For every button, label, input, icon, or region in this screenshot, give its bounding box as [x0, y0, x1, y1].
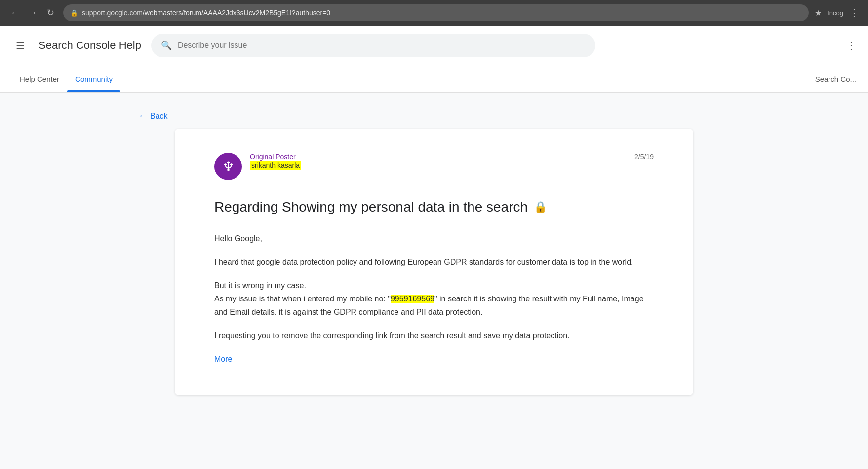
- incognito-label: Incog: [828, 9, 843, 17]
- back-button[interactable]: ←: [8, 6, 22, 20]
- browser-nav-buttons: ← → ↻: [8, 6, 57, 20]
- post-header: ♆ Original Poster srikanth kasarla 2/5/1…: [214, 153, 654, 180]
- app-title: Search Console Help: [39, 39, 141, 52]
- app-header: ☰ Search Console Help 🔍 ⋮: [0, 26, 868, 65]
- tab-community[interactable]: Community: [67, 66, 120, 92]
- post-body-3: I requesting you to remove the correspon…: [214, 329, 654, 342]
- post-title: Regarding Showing my personal data in th…: [214, 198, 654, 216]
- tab-search-console[interactable]: Search Co...: [815, 75, 856, 83]
- post-body-1: I heard that google data protection poli…: [214, 256, 654, 269]
- browser-actions: ★ Incog ⋮: [815, 7, 860, 19]
- lock-icon: 🔒: [70, 9, 78, 17]
- back-arrow-icon: ←: [138, 111, 147, 121]
- menu-icon[interactable]: ☰: [12, 36, 29, 55]
- lock-icon-post: 🔒: [534, 200, 547, 214]
- back-link[interactable]: ← Back: [0, 103, 868, 129]
- reload-button[interactable]: ↻: [43, 6, 57, 20]
- post-date: 2/5/19: [634, 153, 654, 161]
- original-poster-label: Original Poster: [250, 153, 634, 161]
- header-right: ⋮: [846, 40, 856, 51]
- url-text: support.google.com/webmasters/forum/AAAA…: [82, 9, 330, 17]
- poster-name: srikanth kasarla: [250, 161, 301, 170]
- more-options-icon[interactable]: ⋮: [846, 40, 856, 51]
- post-meta: Original Poster srikanth kasarla: [250, 153, 634, 170]
- post-card: ♆ Original Poster srikanth kasarla 2/5/1…: [175, 129, 693, 395]
- main-content: ← Back ♆ Original Poster srikanth kasarl…: [0, 93, 868, 469]
- browser-chrome: ← → ↻ 🔒 support.google.com/webmasters/fo…: [0, 0, 868, 26]
- post-greeting: Hello Google,: [214, 232, 654, 245]
- nav-tabs: Help Center Community Search Co...: [0, 65, 868, 93]
- back-label: Back: [150, 112, 168, 121]
- search-icon: 🔍: [161, 40, 172, 51]
- forward-button[interactable]: →: [26, 6, 39, 20]
- browser-more-icon[interactable]: ⋮: [849, 7, 860, 19]
- post-body-2: But it is wrong in my case. As my issue …: [214, 279, 654, 319]
- user-icon: ♆: [222, 159, 235, 175]
- bookmark-icon[interactable]: ★: [815, 8, 822, 18]
- more-link[interactable]: More: [214, 355, 232, 363]
- search-input[interactable]: [178, 41, 586, 50]
- address-bar[interactable]: 🔒 support.google.com/webmasters/forum/AA…: [63, 4, 809, 21]
- tab-help-center[interactable]: Help Center: [12, 66, 67, 92]
- post-body: Hello Google, I heard that google data p…: [214, 232, 654, 365]
- avatar: ♆: [214, 153, 242, 180]
- phone-number: 9959169569: [391, 295, 434, 303]
- search-bar[interactable]: 🔍: [151, 34, 595, 57]
